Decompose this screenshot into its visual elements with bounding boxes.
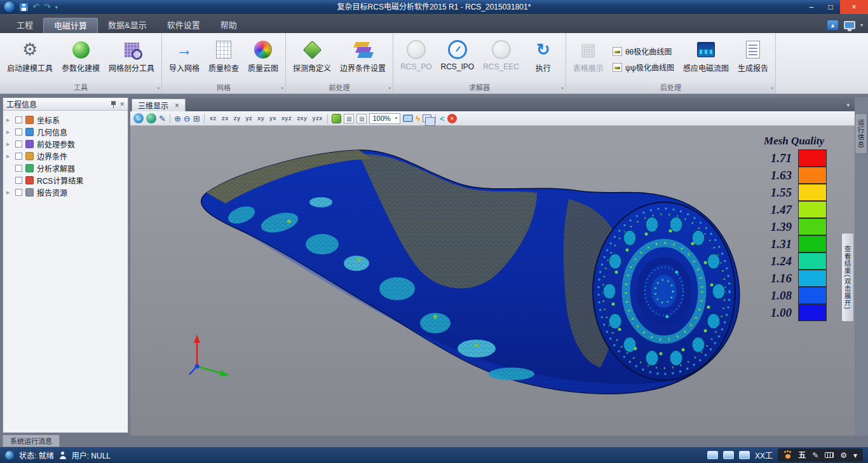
quality-check-button[interactable]: 质量检查	[205, 36, 243, 83]
view-zx-button[interactable]: zx	[220, 115, 229, 121]
ime-pen-icon[interactable]: ✎	[812, 452, 818, 459]
checkbox[interactable]	[15, 141, 22, 148]
system-messages-tab[interactable]: 系统运行消息	[3, 435, 60, 447]
edit-icon[interactable]: ✎	[159, 114, 166, 123]
tab-3d-display[interactable]: 三维显示 ×	[132, 99, 186, 111]
dialog-launcher-icon[interactable]: ▾	[561, 83, 564, 93]
ime-settings-icon[interactable]: ⚙	[840, 452, 847, 459]
launch-modeler-button[interactable]: ⚙ 启动建模工具	[3, 36, 57, 83]
dialog-launcher-icon[interactable]: ▾	[771, 83, 774, 93]
legend-value: 1.71	[761, 151, 798, 165]
view-yzx-button[interactable]: yzx	[311, 115, 323, 121]
theta-polarization-curve-button[interactable]: θθ极化曲线图	[613, 46, 674, 57]
viewport-3d[interactable]: Mesh Quality 1.71 1.63 1.55 1.47 1.39 1.…	[130, 126, 855, 436]
induction-current-map-button[interactable]: 感应电磁流图	[679, 36, 733, 83]
view-yz-button[interactable]: yz	[244, 115, 254, 121]
screenshot-icon[interactable]	[403, 114, 413, 122]
view-zxy-button[interactable]: zxy	[295, 115, 308, 121]
zoom-in-icon[interactable]: ⊕	[174, 114, 181, 123]
tree-item-preprocess-params[interactable]: ▶ 前处理参数	[3, 138, 128, 150]
maximize-button[interactable]: □	[821, 0, 840, 14]
view-xy-button[interactable]: xy	[256, 115, 266, 121]
window-preview-icon[interactable]	[723, 451, 734, 459]
chevron-down-icon[interactable]: ▾	[860, 22, 863, 28]
tab-help[interactable]: 帮助	[210, 18, 247, 33]
share-view-icon[interactable]: <	[440, 114, 445, 123]
collapse-ribbon-icon[interactable]: ▲	[827, 20, 839, 31]
tab-software-settings[interactable]: 软件设置	[157, 18, 210, 33]
app-logo-icon[interactable]	[4, 1, 15, 13]
stop-icon[interactable]: ×	[447, 114, 457, 123]
tree-item-report-resources[interactable]: ▶ 报告资源	[3, 186, 128, 198]
ime-paw-icon[interactable]	[783, 451, 792, 459]
import-mesh-button[interactable]: → 导入网格	[165, 36, 203, 83]
tree-item-boundary-conditions[interactable]: ▶ 边界条件	[3, 150, 128, 162]
legend-value: 1.24	[761, 254, 798, 268]
psi-polarization-curve-button[interactable]: ψψ极化曲线图	[613, 62, 674, 73]
ime-mode-label[interactable]: 五	[798, 452, 806, 459]
view-zy-button[interactable]: zy	[232, 115, 241, 121]
tree-item-analysis-solver[interactable]: 分析求解器	[3, 162, 128, 174]
checkbox[interactable]	[15, 177, 22, 184]
window-preview-icon[interactable]	[739, 451, 750, 459]
tree-item-coordinate-system[interactable]: ▶ 坐标系	[3, 114, 128, 126]
save-icon[interactable]	[20, 3, 28, 11]
display-icon[interactable]	[844, 21, 855, 29]
expand-arrow-icon[interactable]: ▶	[6, 130, 12, 135]
dialog-launcher-icon[interactable]: ▾	[158, 83, 160, 93]
checkbox[interactable]	[15, 128, 22, 135]
view-yx-button[interactable]: yx	[268, 115, 278, 121]
view-xz-button[interactable]: xz	[208, 115, 218, 121]
expand-arrow-icon[interactable]: ▶	[6, 190, 12, 195]
quality-cloud-button[interactable]: 质量云图	[244, 36, 282, 83]
mesh-model-canvas[interactable]	[130, 126, 855, 436]
tab-close-icon[interactable]: ×	[175, 102, 179, 109]
orbit-view-icon[interactable]	[146, 113, 156, 123]
pin-icon[interactable]	[111, 100, 116, 108]
tree-item-rcs-results[interactable]: RCS计算结果	[3, 174, 128, 186]
checkbox[interactable]	[15, 153, 22, 160]
render-mode-icon[interactable]	[332, 114, 341, 123]
generate-report-button[interactable]: 生成报告	[734, 36, 772, 83]
minimize-button[interactable]: –	[802, 0, 821, 14]
expand-arrow-icon[interactable]: ▶	[6, 118, 12, 123]
tab-data-display[interactable]: 数据&显示	[98, 18, 157, 33]
ime-keyboard-icon[interactable]	[825, 452, 834, 458]
panel-close-icon[interactable]: ×	[119, 100, 125, 108]
execute-button[interactable]: ↻ 执行	[524, 36, 562, 83]
checkbox[interactable]	[15, 165, 22, 172]
redo-button[interactable]: ↷	[44, 0, 51, 14]
grid-toggle-icon[interactable]: ▦	[344, 114, 354, 123]
tab-list-chevron-icon[interactable]: ▾	[846, 102, 850, 108]
ime-more-icon[interactable]: ▾	[853, 452, 857, 459]
close-button[interactable]: ×	[840, 0, 868, 14]
window-preview-icon[interactable]	[707, 451, 718, 459]
zoom-window-icon[interactable]: ⊞	[193, 114, 200, 123]
probe-angle-button[interactable]: 探测角定义	[289, 36, 335, 83]
undo-button[interactable]: ↶	[32, 0, 39, 14]
zoom-out-icon[interactable]: ⊖	[184, 114, 191, 123]
copy-view-icon[interactable]	[423, 114, 431, 122]
tab-project[interactable]: 工程	[6, 18, 43, 33]
expand-arrow-icon[interactable]: ▶	[6, 142, 12, 147]
tab-em-calculation[interactable]: 电磁计算	[43, 18, 98, 33]
boundary-settings-button[interactable]: 边界条件设置	[336, 36, 390, 83]
rotate-view-icon[interactable]: ↻	[133, 113, 144, 123]
wireframe-toggle-icon[interactable]: ▦	[356, 114, 367, 123]
run-info-vertical-tab[interactable]: 运行信息	[855, 113, 867, 154]
group-label: 工具	[74, 84, 88, 92]
tree-item-geometry-info[interactable]: ▶ 几何信息	[3, 126, 128, 138]
dialog-launcher-icon[interactable]: ▾	[281, 83, 284, 93]
expand-arrow-icon[interactable]: ▶	[6, 154, 12, 159]
parametric-modeling-button[interactable]: 参数化建模	[58, 36, 104, 83]
qat-dropdown-icon[interactable]: ▾	[55, 4, 58, 10]
rcs-ipo-button[interactable]: RCS_IPO	[437, 36, 478, 83]
lightning-tool-icon[interactable]: ϟ	[416, 114, 420, 123]
zoom-level-select[interactable]: 100% ▾	[369, 113, 400, 124]
mesh-tool-button[interactable]: 网格剖分工具	[105, 36, 158, 83]
view-result-vertical-tab[interactable]: 查看结果(双击展开)	[841, 233, 854, 322]
checkbox[interactable]	[15, 189, 22, 196]
view-xyz-button[interactable]: xyz	[280, 115, 293, 121]
dialog-launcher-icon[interactable]: ▾	[389, 83, 391, 93]
checkbox[interactable]	[15, 116, 22, 123]
